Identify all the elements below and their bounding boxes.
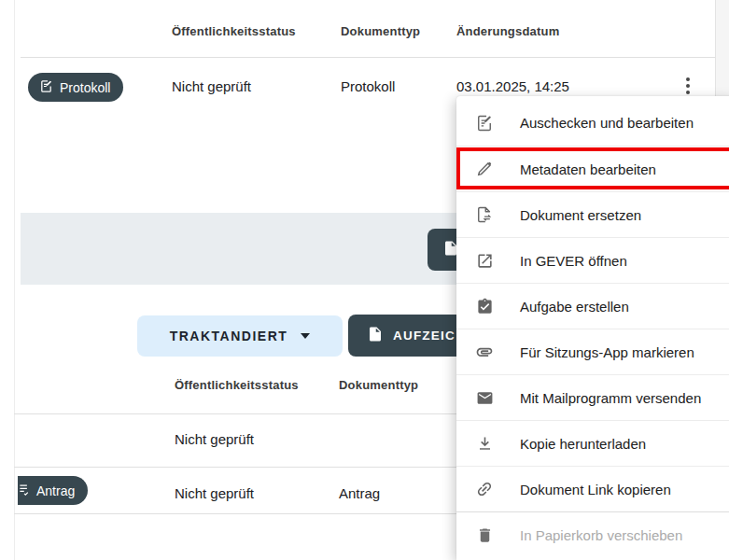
task-check-icon <box>475 297 494 315</box>
envelope-icon <box>475 388 494 407</box>
menu-item-label: Dokument Link kopieren <box>520 482 671 497</box>
document-chip-antrag: Antrag <box>18 476 88 505</box>
cell-status: Nicht geprüft <box>172 78 251 94</box>
menu-item-label: Auschecken und bearbeiten <box>520 115 694 131</box>
card-left-border <box>14 0 15 560</box>
open-in-new-icon <box>475 251 494 270</box>
row-actions-kebab-icon[interactable] <box>680 76 696 96</box>
menu-item-label: Für Sitzungs-App markieren <box>520 344 694 360</box>
download-icon <box>475 434 494 453</box>
chip-label: Protokoll <box>60 80 110 95</box>
cell-doc-type: Protokoll <box>341 78 395 94</box>
column-header-oeffentlichkeitsstatus: Öffentlichkeitsstatus <box>175 378 299 392</box>
menu-item-fuer-sitzungs-app-markieren[interactable]: Für Sitzungs-App markieren <box>456 329 729 374</box>
link-icon <box>475 480 494 498</box>
document-icon <box>367 326 384 345</box>
column-header-dokumenttyp: Dokumenttyp <box>339 378 418 392</box>
divider <box>21 57 715 58</box>
menu-item-label: Mit Mailprogramm versenden <box>520 390 701 406</box>
document-chip-protokoll: Protokoll <box>28 73 123 102</box>
menu-item-auschecken-und-bearbeiten[interactable]: Auschecken und bearbeiten <box>456 100 729 146</box>
caret-down-icon <box>301 333 310 339</box>
trash-icon <box>475 525 494 544</box>
traktandiert-dropdown-button[interactable]: TRAKTANDIERT <box>137 315 343 357</box>
menu-item-label: In GEVER öffnen <box>520 253 627 269</box>
menu-item-metadaten-bearbeiten[interactable]: Metadaten bearbeiten <box>456 146 729 191</box>
cell-doc-type: Antrag <box>339 485 380 501</box>
aufzeichnen-label: AUFZEIC <box>393 329 456 343</box>
traktandiert-label: TRAKTANDIERT <box>170 329 288 343</box>
cell-status: Nicht geprüft <box>175 485 254 501</box>
menu-item-mit-mailprogramm-versenden[interactable]: Mit Mailprogramm versenden <box>456 374 729 420</box>
chip-clip-container: Antrag <box>18 476 104 506</box>
cell-modified-date: 03.01.2025, 14:25 <box>456 78 569 94</box>
menu-item-label: In Papierkorb verschieben <box>520 527 682 543</box>
document-edit-icon <box>475 114 494 133</box>
menu-item-label: Aufgabe erstellen <box>520 299 629 315</box>
document-replace-icon <box>475 205 494 224</box>
table-right-gutter <box>716 0 729 96</box>
menu-item-kopie-herunterladen[interactable]: Kopie herunterladen <box>456 420 729 466</box>
table-right-border <box>715 0 716 96</box>
menu-item-dokument-link-kopieren[interactable]: Dokument Link kopieren <box>456 466 729 511</box>
context-menu: Auschecken und bearbeiten Metadaten bear… <box>456 96 729 560</box>
menu-item-in-gever-oeffnen[interactable]: In GEVER öffnen <box>456 237 729 283</box>
column-header-aenderungsdatum: Änderungsdatum <box>456 24 559 38</box>
menu-item-dokument-ersetzen[interactable]: Dokument ersetzen <box>456 191 729 237</box>
column-header-dokumenttyp: Dokumenttyp <box>341 24 420 38</box>
paperclip-icon <box>475 343 494 361</box>
menu-item-in-papierkorb-verschieben: In Papierkorb verschieben <box>456 511 729 557</box>
document-edit-icon <box>39 79 53 96</box>
menu-item-aufgabe-erstellen[interactable]: Aufgabe erstellen <box>456 283 729 329</box>
column-header-oeffentlichkeitsstatus: Öffentlichkeitsstatus <box>172 24 296 38</box>
pencil-icon <box>475 160 494 178</box>
menu-item-label: Dokument ersetzen <box>520 207 641 223</box>
document-list-page: Öffentlichkeitsstatus Dokumenttyp Änderu… <box>0 0 729 560</box>
document-check-icon <box>18 483 30 499</box>
menu-item-label: Kopie herunterladen <box>520 436 646 452</box>
chip-label: Antrag <box>36 483 75 498</box>
menu-item-label: Metadaten bearbeiten <box>520 161 656 177</box>
cell-status: Nicht geprüft <box>175 431 254 447</box>
